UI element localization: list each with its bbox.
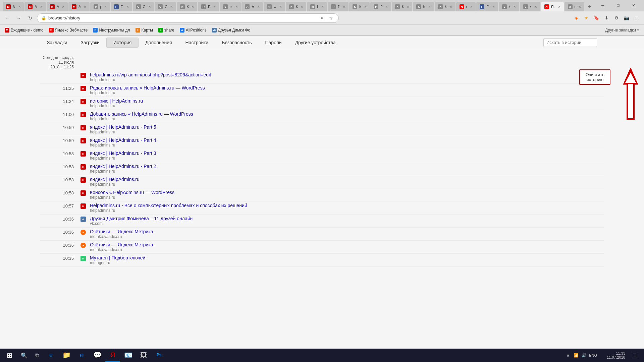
tab-close-button[interactable]: × <box>192 5 194 9</box>
tray-network[interactable]: 📶 <box>573 352 579 358</box>
browser-tab-15[interactable]: ММа× <box>307 2 327 11</box>
clock[interactable]: 11:33 11.07.2018 <box>601 351 628 359</box>
reload-button[interactable]: ↻ <box>25 13 35 23</box>
bookmark-maps[interactable]: К Карты <box>133 26 155 34</box>
browser-tab-22[interactable]: Яме× <box>456 2 476 11</box>
entry-title[interactable]: Редактировать запись « HelpAdmins.ru — W… <box>90 85 604 90</box>
bookmarks-more[interactable]: Другие закладки » <box>603 27 641 33</box>
taskbar-photoshop[interactable]: Ps <box>152 349 166 362</box>
browser-tab-18[interactable]: РРук× <box>370 2 391 11</box>
bookmark-tools[interactable]: И Инструменты дл <box>91 26 132 34</box>
rss-icon[interactable]: ◈ <box>572 13 581 23</box>
browser-tab-13[interactable]: ФФил× <box>264 2 285 11</box>
tab-close-button[interactable]: × <box>62 5 64 9</box>
browser-tab-6[interactable]: FF1С× <box>111 2 132 11</box>
task-view-button[interactable]: ⧉ <box>31 349 43 361</box>
bookmark-star-icon[interactable]: ☆ <box>327 14 334 22</box>
menu-button[interactable]: ≡ <box>632 13 641 23</box>
taskbar-explorer[interactable]: 📁 <box>59 349 74 362</box>
extensions-icon[interactable]: ⚙ <box>612 13 621 23</box>
history-search-input[interactable] <box>543 38 597 47</box>
browser-tab-4[interactable]: MАрх× <box>68 2 90 11</box>
tray-arrow[interactable]: ∧ <box>565 352 571 358</box>
tab-close-button[interactable]: × <box>279 5 281 9</box>
entry-title[interactable]: Друзья Дмитрия Фомичева – 11 друзей онла… <box>90 216 604 221</box>
browser-tab-20[interactable]: ККра× <box>413 2 434 11</box>
bookmark-icon[interactable]: 🔖 <box>592 13 601 23</box>
forward-button[interactable]: → <box>14 13 23 23</box>
tab-close-button[interactable]: × <box>492 5 494 9</box>
browser-tab-16[interactable]: РРез× <box>328 2 348 11</box>
tab-history[interactable]: История <box>106 38 139 48</box>
maximize-button[interactable]: □ <box>610 1 626 10</box>
entry-title[interactable]: Helpadmins.ru - Все о компьютерных пробл… <box>90 203 604 208</box>
tab-close-button[interactable]: × <box>170 5 172 9</box>
tab-close-button[interactable]: × <box>470 5 472 9</box>
tab-passwords[interactable]: Пароли <box>259 38 288 47</box>
tab-other-devices[interactable]: Другие устройства <box>288 38 342 47</box>
tab-bookmarks[interactable]: Закладки <box>40 38 74 47</box>
entry-title[interactable]: яндекс | HelpAdmins.ru - Part 5 <box>90 124 604 130</box>
start-button[interactable]: ⊞ <box>1 349 17 362</box>
notification-center[interactable]: □ <box>629 349 640 362</box>
minimize-button[interactable]: ─ <box>595 1 610 10</box>
browser-tab-23[interactable]: FFAC× <box>476 2 498 11</box>
reader-icon[interactable]: ✦ <box>318 14 326 22</box>
entry-title[interactable]: Счётчики — Яндекс.Метрика <box>90 229 604 234</box>
browser-tab-5[interactable]: ррС× <box>90 2 110 11</box>
tab-close-button[interactable]: × <box>301 5 303 9</box>
entry-title[interactable]: Счётчики — Яндекс.Метрика <box>90 242 604 247</box>
star-icon[interactable]: ★ <box>582 13 591 23</box>
downloads-icon[interactable]: ⬇ <box>602 13 611 23</box>
browser-tab-12[interactable]: ААна× <box>241 2 263 11</box>
entry-title[interactable]: яндекс | HelpAdmins.ru <box>90 177 604 182</box>
close-button[interactable]: ✕ <box>626 1 641 10</box>
entry-title[interactable]: историю | HelpAdmins.ru <box>90 98 604 104</box>
taskbar-skype[interactable]: 💬 <box>90 349 105 362</box>
tab-close-button[interactable]: × <box>126 5 128 9</box>
taskbar-yandex-browser[interactable]: Я <box>105 349 120 362</box>
taskbar-mail[interactable]: 📧 <box>121 349 136 362</box>
back-button[interactable]: ← <box>3 13 12 23</box>
entry-title[interactable]: Добавить запись « HelpAdmins.ru — WordPr… <box>90 111 604 117</box>
browser-tab-17[interactable]: ККак× <box>349 2 370 11</box>
tab-close-button[interactable]: × <box>558 5 560 9</box>
entry-title[interactable]: Консоль « HelpAdmins.ru — WordPress <box>90 190 604 195</box>
tab-close-button[interactable]: × <box>235 5 237 9</box>
browser-tab-7[interactable]: ССоб× <box>133 2 154 11</box>
tab-close-button[interactable]: × <box>535 5 537 9</box>
tab-close-button[interactable]: × <box>104 5 106 9</box>
browser-tab-8[interactable]: ССчё× <box>155 2 176 11</box>
browser-tab-25[interactable]: VV ×× <box>520 2 540 11</box>
bookmark-inbox[interactable]: M Входящие - demo <box>3 26 46 34</box>
tab-close-button[interactable]: × <box>407 5 409 9</box>
taskbar-edge[interactable]: e <box>44 349 58 362</box>
bookmark-share[interactable]: s share <box>156 26 176 34</box>
tab-close-button[interactable]: × <box>18 5 20 9</box>
entry-title[interactable]: яндекс | HelpAdmins.ru - Part 3 <box>90 150 604 156</box>
bookmark-allpositions[interactable]: A AllPositions <box>178 26 209 34</box>
screenshot-icon[interactable]: 📷 <box>622 13 631 23</box>
browser-tab-1[interactable]: MМут× <box>3 2 24 11</box>
tab-close-button[interactable]: × <box>386 5 388 9</box>
entry-title[interactable]: helpadmins.ru/wp-admin/post.php?post=820… <box>90 72 604 77</box>
browser-tab-9[interactable]: ККак× <box>177 2 197 11</box>
tab-close-button[interactable]: × <box>450 5 452 9</box>
browser-tab-24[interactable]: VVirt× <box>499 2 519 11</box>
tab-close-button[interactable]: × <box>364 5 366 9</box>
tray-lang[interactable]: ENG <box>589 353 597 357</box>
tab-close-button[interactable]: × <box>322 5 324 9</box>
bookmark-friends[interactable]: vk Друзья Димки Фо <box>210 26 252 34</box>
tab-close-button[interactable]: × <box>579 5 581 9</box>
browser-tab-19[interactable]: ККак× <box>392 2 412 11</box>
browser-tab-10[interactable]: РРед× <box>198 2 219 11</box>
tab-close-button[interactable]: × <box>149 5 151 9</box>
tab-security[interactable]: Безопасность <box>215 38 258 47</box>
browser-tab-2[interactable]: MМут× <box>24 2 46 11</box>
new-tab-button[interactable]: + <box>585 2 594 11</box>
browser-tab-21[interactable]: ККуп× <box>435 2 455 11</box>
address-bar[interactable]: 🔒 browser://history ✦ ☆ <box>37 13 339 23</box>
tray-sound[interactable]: 🔊 <box>581 352 587 358</box>
tab-close-button[interactable]: × <box>40 5 42 9</box>
browser-tab-3[interactable]: MМут× <box>47 2 68 11</box>
